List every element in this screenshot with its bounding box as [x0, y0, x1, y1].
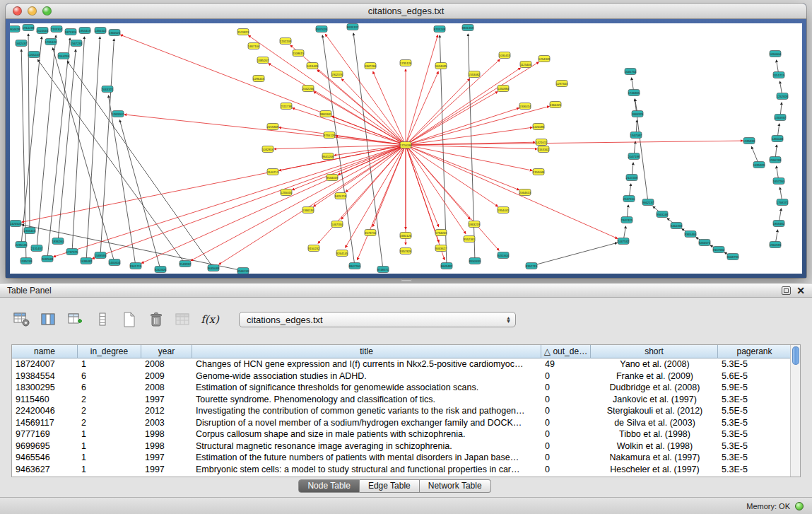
graph-node[interactable]: 9357826 — [400, 248, 412, 255]
table-vertical-scrollbar[interactable] — [790, 345, 800, 477]
graph-node[interactable]: 9266571 — [699, 240, 711, 246]
table-row[interactable]: 1830029562008Estimation of significance … — [12, 382, 790, 394]
graph-node[interactable]: 9464359 — [671, 223, 683, 229]
splitter-grip[interactable] — [401, 279, 412, 282]
graph-node[interactable]: 2047198 — [628, 153, 640, 160]
graph-node[interactable]: 1421611 — [536, 139, 548, 146]
table-row[interactable]: 1872400712008Changes of HCN gene express… — [12, 358, 790, 370]
graph-node[interactable]: 1735126 — [400, 60, 412, 66]
graph-node[interactable]: 9420718 — [335, 193, 347, 199]
graph-node[interactable]: 1202209 — [280, 38, 292, 45]
column-header-name[interactable]: name — [12, 345, 78, 358]
table-row[interactable]: 1938455462009Genome-wide association stu… — [12, 370, 790, 382]
table-row[interactable]: 946362711997Embryonic stem cells: a mode… — [12, 464, 790, 476]
graph-node[interactable]: 2426503 — [10, 221, 22, 227]
graph-node[interactable]: 2347421 — [621, 217, 633, 223]
graph-node[interactable]: 8831359 — [462, 25, 474, 31]
graph-node[interactable]: 1724036 — [400, 142, 412, 148]
graph-node[interactable]: 9641208 — [322, 153, 334, 160]
table-row[interactable]: 2242004622012Investigating the contribut… — [12, 405, 790, 417]
graph-node[interactable]: 1306414 — [519, 103, 531, 110]
graph-node[interactable]: 9662137 — [642, 199, 654, 206]
panel-splitter[interactable] — [0, 278, 812, 283]
graph-node[interactable]: 1914239 — [23, 25, 35, 31]
graph-node[interactable]: 8635137 — [347, 24, 359, 30]
column-header-year[interactable]: year — [141, 345, 192, 358]
graph-node[interactable]: 2032648 — [42, 256, 54, 262]
graph-node[interactable]: 1595818 — [743, 138, 755, 144]
graph-node[interactable]: 1050604 — [770, 51, 782, 57]
table-row[interactable]: 977716911998Corpus callosum shape and si… — [12, 428, 790, 440]
graph-node[interactable]: 2215809 — [267, 124, 279, 130]
graph-node[interactable]: 9068793 — [727, 254, 739, 260]
graph-node[interactable]: 2024643 — [37, 28, 49, 34]
graph-node[interactable]: 8537026 — [316, 26, 328, 33]
graph-node[interactable]: 9167682 — [713, 247, 725, 253]
graph-node[interactable]: 2131437 — [31, 245, 43, 252]
graph-node[interactable]: 1556159 — [770, 157, 782, 163]
graph-node[interactable]: 1573711 — [365, 230, 377, 236]
graph-node[interactable]: 1140713 — [267, 169, 279, 175]
graph-node[interactable]: 1737371 — [66, 249, 78, 255]
graph-node[interactable]: 1960593 — [770, 242, 782, 248]
graph-node[interactable]: 2447532 — [618, 238, 630, 245]
network-canvas-svg[interactable]: 1163342122408513064141450884155308216240… — [10, 23, 802, 274]
graph-node[interactable]: 1954441 — [498, 207, 510, 214]
tab-edge-table[interactable]: Edge Table — [360, 479, 420, 493]
table-row[interactable]: 1456911722003Disruption of a novel membe… — [12, 417, 790, 429]
graph-node[interactable]: 9563248 — [657, 211, 669, 218]
graph-node[interactable]: 8550593 — [469, 258, 481, 264]
table-selector-combo[interactable]: citations_edges.txt ▲▼ — [239, 312, 516, 327]
graph-node[interactable]: 2063321 — [102, 86, 114, 93]
tab-network-table[interactable]: Network Table — [420, 479, 491, 493]
graph-node[interactable]: 1163342 — [538, 146, 550, 153]
graph-node[interactable]: 2235126 — [16, 242, 28, 248]
graph-node[interactable]: 8733248 — [434, 26, 446, 33]
import-table-button[interactable] — [174, 311, 192, 328]
graph-node[interactable]: 1440604 — [109, 259, 121, 266]
graph-node[interactable]: 1553082 — [469, 71, 481, 78]
graph-node[interactable]: 1746865 — [628, 90, 640, 96]
graph-node[interactable]: 1456322 — [95, 28, 107, 34]
graph-node[interactable]: 8847260 — [349, 263, 361, 269]
graph-node[interactable]: 1863219 — [469, 221, 481, 228]
graph-node[interactable]: 1032816 — [262, 146, 274, 153]
graph-node[interactable]: 9365460 — [685, 231, 697, 238]
show-columns-button[interactable] — [40, 311, 58, 328]
graph-node[interactable]: 1467104 — [248, 43, 260, 49]
graph-node[interactable]: 1467350 — [331, 221, 343, 228]
graph-node[interactable]: 1108615 — [293, 50, 305, 57]
graph-node[interactable]: 1638482 — [81, 258, 93, 264]
scrollbar-thumb[interactable] — [792, 346, 799, 365]
graph-node[interactable]: 9463627 — [435, 245, 447, 252]
graph-node[interactable]: 8451604 — [498, 252, 510, 259]
graph-node[interactable]: 2111738 — [281, 103, 293, 110]
graph-node[interactable]: 1385207 — [257, 57, 269, 64]
graph-node[interactable]: 1657260 — [773, 178, 785, 185]
graph-node[interactable]: 1765122 — [45, 39, 57, 45]
graph-node[interactable]: 1695929 — [753, 162, 765, 168]
graph-node[interactable]: 1151715 — [773, 72, 785, 78]
new-column-button[interactable] — [66, 311, 85, 328]
graph-node[interactable]: 9534019 — [326, 175, 339, 181]
graph-node[interactable]: 1297343 — [556, 81, 568, 87]
window-titlebar[interactable]: citations_edges.txt — [6, 4, 806, 19]
graph-node[interactable]: 1947087 — [630, 132, 642, 139]
graph-node[interactable]: 1030415 — [499, 52, 511, 59]
graph-node[interactable]: 8352715 — [526, 263, 538, 269]
graph-node[interactable]: 1646754 — [625, 69, 637, 75]
graph-node[interactable]: 8946159 — [237, 268, 249, 274]
new-table-button[interactable] — [120, 311, 139, 328]
graph-node[interactable]: 1539593 — [95, 252, 107, 259]
graph-node[interactable]: 2133302 — [51, 26, 63, 33]
graph-node[interactable]: 1804628 — [10, 26, 20, 33]
graph-node[interactable]: 2064613 — [519, 189, 531, 196]
graph-node[interactable]: 1450884 — [498, 86, 510, 92]
minimize-window-button[interactable] — [28, 6, 37, 16]
graph-node[interactable]: 1567233 — [71, 40, 83, 47]
table-row[interactable]: 969969511998Structural magnetic resonanc… — [12, 440, 790, 452]
graph-node[interactable]: 8649482 — [441, 263, 453, 269]
graph-node[interactable]: 1254309 — [539, 56, 551, 62]
close-window-button[interactable] — [13, 6, 22, 16]
graph-node[interactable]: 9863341 — [320, 111, 332, 117]
